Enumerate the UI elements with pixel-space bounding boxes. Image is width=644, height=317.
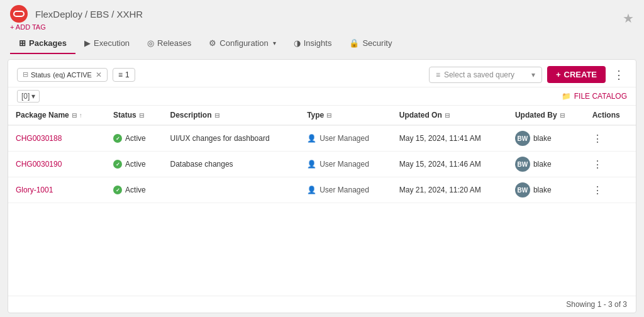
table-footer: Showing 1 - 3 of 3 [8, 296, 636, 313]
status-text: Active [125, 186, 146, 194]
releases-icon: ◎ [147, 38, 154, 48]
insights-icon: ◑ [294, 38, 301, 48]
column-filter-icon: ≡ [118, 70, 123, 79]
status-text: Active [125, 134, 146, 143]
description-filter-icon[interactable]: ⊟ [214, 112, 219, 119]
star-icon[interactable]: ★ [623, 11, 634, 26]
cell-updated-on: May 21, 2024, 11:20 AM [392, 177, 508, 203]
sub-toolbar-left: [0] ▾ [17, 90, 40, 103]
cell-actions: ⋮ [585, 152, 636, 177]
tab-releases[interactable]: ◎ Releases [138, 33, 200, 54]
filter-label: Status [31, 71, 50, 79]
updated-by-name: blake [533, 160, 552, 169]
cell-type: 👤 User Managed [299, 177, 392, 203]
updated-by-filter-icon[interactable]: ⊟ [560, 112, 565, 119]
type-text: User Managed [319, 160, 369, 169]
row-actions-button[interactable]: ⋮ [592, 159, 603, 170]
sub-toolbar: [0] ▾ 📁 FILE CATALOG [8, 87, 636, 106]
cell-actions: ⋮ [585, 177, 636, 203]
nav-tabs: ⊞ Packages ▶ Execution ◎ Releases ⚙ Conf… [0, 33, 644, 54]
filter-lines-icon: ≡ [436, 70, 440, 79]
cell-type: 👤 User Managed [299, 125, 392, 152]
tab-security[interactable]: 🔒 Security [340, 33, 401, 54]
cell-updated-by: BW blake [508, 152, 585, 177]
breadcrumb-xxhr: XXHR [116, 9, 143, 19]
breadcrumb-area: FlexDeploy / EBS / XXHR + ADD TAG [10, 5, 143, 31]
count-chevron-icon: ▾ [31, 92, 35, 101]
tab-execution-label: Execution [94, 38, 130, 48]
breadcrumb-ebs: EBS [90, 9, 109, 19]
tab-configuration[interactable]: ⚙ Configuration ▾ [200, 33, 284, 54]
filter-remove-button[interactable]: ✕ [96, 70, 102, 79]
cell-description [163, 177, 300, 203]
package-name-link[interactable]: CHG0030188 [16, 134, 62, 143]
tab-releases-label: Releases [157, 38, 191, 48]
table-header-row: Package Name ⊟ ↑ Status ⊟ Descript [8, 106, 636, 125]
avatar: BW [515, 131, 530, 146]
tab-insights[interactable]: ◑ Insights [285, 33, 341, 54]
chevron-down-icon: ▾ [531, 70, 535, 79]
create-label: CREATE [564, 70, 597, 79]
filter-value: (eq) ACTIVE [53, 71, 92, 79]
file-catalog-button[interactable]: 📁 FILE CATALOG [562, 92, 627, 101]
cell-updated-by: BW blake [508, 125, 585, 152]
package-name-link[interactable]: CHG0030190 [16, 160, 62, 169]
status-filter-icon[interactable]: ⊟ [139, 112, 144, 119]
configuration-icon: ⚙ [209, 38, 216, 48]
row-count-selector[interactable]: [0] ▾ [17, 90, 40, 103]
tab-security-label: Security [362, 38, 392, 48]
cell-updated-on: May 15, 2024, 11:41 AM [392, 125, 508, 152]
col-type: Type ⊟ [299, 106, 392, 125]
execution-icon: ▶ [84, 38, 91, 48]
package-name-filter-icon[interactable]: ⊟ [72, 112, 77, 119]
breadcrumb-sep2: / [111, 9, 114, 19]
status-active-icon [113, 186, 122, 194]
status-active-icon [113, 134, 122, 143]
chevron-down-icon: ▾ [273, 40, 276, 47]
cell-actions: ⋮ [585, 125, 636, 152]
security-icon: 🔒 [349, 38, 359, 48]
toolbar-right: ≡ Select a saved query ▾ + CREATE ⋮ [429, 66, 627, 83]
toolbar-left: ⊟ Status (eq) ACTIVE ✕ ≡ 1 [17, 68, 135, 82]
user-managed-icon: 👤 [307, 134, 316, 143]
count-value: [0] [21, 92, 30, 101]
type-filter-icon[interactable]: ⊟ [326, 112, 331, 119]
cell-updated-by: BW blake [508, 177, 585, 203]
package-name-link[interactable]: Glory-1001 [16, 186, 53, 194]
table-row: CHG0030188 Active UI/UX changes for dash… [8, 125, 636, 152]
create-button[interactable]: + CREATE [547, 66, 606, 83]
breadcrumb-sep1: / [85, 9, 87, 19]
tab-configuration-label: Configuration [219, 38, 268, 48]
updated-on-filter-icon[interactable]: ⊟ [445, 112, 450, 119]
saved-query-dropdown[interactable]: ≡ Select a saved query ▾ [429, 67, 542, 83]
col-updated-by: Updated By ⊟ [508, 106, 585, 125]
cell-status: Active [106, 152, 162, 177]
top-header: FlexDeploy / EBS / XXHR + ADD TAG ★ [0, 0, 644, 33]
col-description: Description ⊟ [163, 106, 300, 125]
cell-package-name: CHG0030190 [8, 152, 106, 177]
cell-type: 👤 User Managed [299, 152, 392, 177]
user-managed-icon: 👤 [307, 160, 316, 169]
package-name-sort-icon[interactable]: ↑ [79, 112, 82, 119]
avatar: BW [515, 182, 530, 197]
tab-execution[interactable]: ▶ Execution [75, 33, 138, 54]
create-plus-icon: + [556, 70, 561, 79]
add-tag-button[interactable]: + ADD TAG [10, 23, 143, 31]
toolbar: ⊟ Status (eq) ACTIVE ✕ ≡ 1 ≡ Select a sa… [8, 60, 636, 87]
tab-insights-label: Insights [304, 38, 332, 48]
more-options-button[interactable]: ⋮ [611, 67, 627, 83]
breadcrumb-flexdeploy: FlexDeploy [35, 9, 82, 19]
filter-icon: ⊟ [23, 70, 28, 79]
tab-packages[interactable]: ⊞ Packages [10, 33, 75, 54]
saved-query-placeholder: Select a saved query [444, 70, 514, 79]
packages-icon: ⊞ [19, 38, 26, 48]
breadcrumb: FlexDeploy / EBS / XXHR [10, 5, 143, 23]
column-filter-count: 1 [125, 70, 130, 79]
row-actions-button[interactable]: ⋮ [592, 185, 603, 196]
updated-by-name: blake [533, 186, 552, 194]
row-actions-button[interactable]: ⋮ [592, 133, 603, 144]
file-catalog-label: FILE CATALOG [574, 92, 627, 101]
type-text: User Managed [319, 186, 369, 194]
filter-badge[interactable]: ⊟ Status (eq) ACTIVE ✕ [17, 68, 108, 82]
column-filter-badge[interactable]: ≡ 1 [113, 68, 135, 82]
